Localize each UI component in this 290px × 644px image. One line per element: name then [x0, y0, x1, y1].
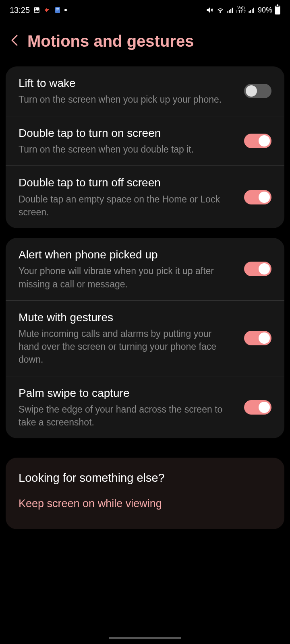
setting-desc: Turn on the screen when you double tap i… [19, 143, 234, 156]
setting-desc: Double tap an empty space on the Home or… [19, 193, 234, 219]
battery-icon [275, 6, 280, 14]
svg-rect-15 [252, 9, 253, 13]
wifi-icon [216, 6, 224, 14]
mute-icon [206, 6, 214, 14]
signal-bars-2-icon [248, 6, 255, 14]
back-button[interactable] [10, 33, 19, 50]
setting-desc: Your phone will vibrate when you pick it… [19, 264, 234, 290]
toggle-double-tap-on[interactable] [244, 134, 271, 148]
settings-group-2: Alert when phone picked up Your phone wi… [6, 238, 284, 438]
app-icon-red [44, 6, 51, 14]
navigation-handle[interactable] [109, 637, 181, 639]
page-title: Motions and gestures [27, 32, 194, 50]
status-bar-right: Vo)) LTE2 90% [206, 6, 280, 14]
svg-point-8 [220, 12, 221, 13]
footer-link-keep-screen-on[interactable]: Keep screen on while viewing [19, 497, 271, 510]
setting-title: Alert when phone picked up [19, 248, 234, 262]
setting-desc: Mute incoming calls and alarms by puttin… [19, 327, 234, 366]
svg-rect-11 [230, 9, 231, 13]
setting-mute-gestures[interactable]: Mute with gestures Mute incoming calls a… [6, 301, 284, 376]
status-bar-left: 13:25 [10, 6, 67, 15]
svg-rect-16 [253, 8, 254, 13]
svg-rect-9 [227, 11, 228, 13]
battery-percent: 90% [258, 6, 272, 14]
setting-title: Palm swipe to capture [19, 386, 234, 400]
svg-rect-14 [250, 10, 251, 13]
setting-desc: Turn on the screen when you pick up your… [19, 93, 234, 106]
network-label: Vo)) LTE2 [236, 6, 246, 14]
svg-rect-10 [229, 10, 230, 13]
signal-bars-icon [227, 6, 234, 14]
setting-title: Lift to wake [19, 76, 234, 91]
status-bar: 13:25 Vo)) LTE2 90% [0, 0, 290, 20]
more-notifications-dot [64, 9, 67, 11]
setting-title: Mute with gestures [19, 310, 234, 325]
gallery-icon [33, 6, 40, 14]
toggle-alert-picked-up[interactable] [244, 262, 271, 276]
setting-palm-swipe[interactable]: Palm swipe to capture Swipe the edge of … [6, 376, 284, 439]
setting-desc: Swipe the edge of your hand across the s… [19, 403, 234, 429]
setting-title: Double tap to turn on screen [19, 126, 234, 140]
notes-icon [54, 6, 61, 14]
setting-lift-to-wake[interactable]: Lift to wake Turn on the screen when you… [6, 66, 284, 116]
setting-double-tap-on[interactable]: Double tap to turn on screen Turn on the… [6, 116, 284, 166]
setting-alert-picked-up[interactable]: Alert when phone picked up Your phone wi… [6, 238, 284, 301]
setting-title: Double tap to turn off screen [19, 175, 234, 190]
svg-rect-12 [232, 8, 233, 13]
toggle-double-tap-off[interactable] [244, 190, 271, 204]
status-time: 13:25 [10, 6, 30, 15]
settings-group-1: Lift to wake Turn on the screen when you… [6, 66, 284, 228]
footer-card: Looking for something else? Keep screen … [6, 458, 284, 529]
footer-title: Looking for something else? [19, 471, 271, 485]
toggle-lift-to-wake[interactable] [244, 84, 271, 98]
toggle-mute-gestures[interactable] [244, 331, 271, 345]
svg-rect-13 [249, 11, 249, 13]
toggle-palm-swipe[interactable] [244, 400, 271, 415]
page-header: Motions and gestures [0, 20, 290, 66]
svg-rect-2 [55, 7, 60, 13]
svg-point-1 [35, 8, 36, 10]
setting-double-tap-off[interactable]: Double tap to turn off screen Double tap… [6, 166, 284, 228]
